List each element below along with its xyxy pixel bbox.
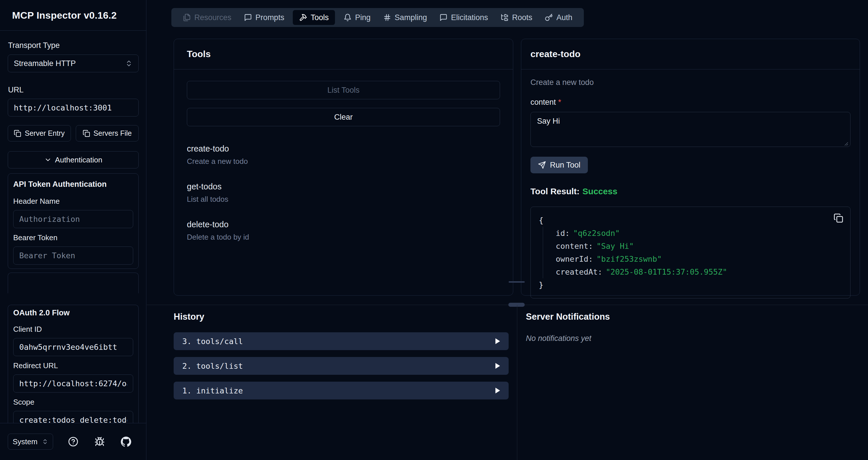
tool-detail-body: Create a new todo content* Say Hi Run To… xyxy=(521,69,860,307)
list-tools-button[interactable]: List Tools xyxy=(187,81,500,99)
client-id-input[interactable] xyxy=(19,342,127,352)
content-textarea[interactable]: Say Hi xyxy=(530,112,850,147)
app-title: MCP Inspector v0.16.2 xyxy=(12,10,117,21)
oauth-flow-card: OAuth 2.0 Flow Client ID Redirect URL Sc… xyxy=(8,305,138,423)
help-icon[interactable] xyxy=(68,436,79,447)
server-entry-label: Server Entry xyxy=(25,129,65,137)
authentication-toggle-button[interactable]: Authentication xyxy=(8,151,138,168)
resize-grip-icon[interactable] xyxy=(844,141,848,146)
tab-label: Sampling xyxy=(395,13,427,22)
sidebar-footer: System xyxy=(0,423,146,460)
scope-label: Scope xyxy=(13,398,133,406)
tool-result-status: Success xyxy=(582,187,617,196)
sidebar-header: MCP Inspector v0.16.2 xyxy=(0,0,146,31)
expand-arrow-icon xyxy=(495,388,500,393)
history-item[interactable]: 2. tools/list xyxy=(174,357,508,375)
header-name-input[interactable] xyxy=(19,215,127,224)
expand-arrow-icon xyxy=(495,363,500,369)
redirect-url-field xyxy=(13,374,133,393)
servers-file-button[interactable]: Servers File xyxy=(76,125,139,141)
tool-description: Create a new todo xyxy=(187,157,500,166)
copy-result-icon[interactable] xyxy=(834,213,843,223)
required-marker: * xyxy=(558,98,561,106)
history-item-label: 3. tools/call xyxy=(182,337,243,346)
tab-label: Roots xyxy=(512,13,532,22)
url-label: URL xyxy=(8,86,24,94)
row-resize-handle[interactable] xyxy=(508,303,525,307)
bearer-token-input[interactable] xyxy=(19,251,127,260)
vertical-divider xyxy=(517,305,517,460)
json-line: id:"q6z2sodn" xyxy=(556,227,842,240)
tool-list-item[interactable]: create-todo Create a new todo xyxy=(187,144,500,166)
history-item[interactable]: 1. initialize xyxy=(174,382,508,399)
message-square-icon xyxy=(439,13,447,22)
redirect-url-input[interactable] xyxy=(19,379,127,388)
tab-auth[interactable]: Auth xyxy=(541,10,577,25)
tool-list: create-todo Create a new todo get-todos … xyxy=(187,144,500,242)
footer-icons xyxy=(68,436,131,447)
tool-name: create-todo xyxy=(187,144,500,154)
json-line: ownerId:"bzif253zswnb" xyxy=(556,253,842,265)
chevrons-up-down-icon xyxy=(125,60,133,67)
github-icon[interactable] xyxy=(121,436,131,447)
expand-arrow-icon xyxy=(495,338,500,344)
transport-type-select[interactable]: Streamable HTTP xyxy=(8,55,138,72)
copy-icon xyxy=(83,130,90,137)
server-entry-button[interactable]: Server Entry xyxy=(8,125,71,141)
clear-button[interactable]: Clear xyxy=(187,108,500,126)
tab-resources[interactable]: Resources xyxy=(179,10,236,25)
json-line: createdAt:"2025-08-01T15:37:05.955Z" xyxy=(556,265,842,278)
tool-list-item[interactable]: delete-todo Delete a todo by id xyxy=(187,220,500,242)
json-lines: id:"q6z2sodn" content:"Say Hi" ownerId:"… xyxy=(543,227,842,278)
bearer-token-label: Bearer Token xyxy=(13,233,133,242)
tab-elicitations[interactable]: Elicitations xyxy=(435,10,492,25)
main-area: Resources Prompts Tools Ping Sampling xyxy=(147,0,868,460)
panel-resize-handle[interactable] xyxy=(508,281,525,283)
json-close-brace: } xyxy=(539,278,842,291)
history-item[interactable]: 3. tools/call xyxy=(174,332,508,350)
no-notifications-text: No notifications yet xyxy=(526,334,610,343)
run-tool-button[interactable]: Run Tool xyxy=(530,157,588,173)
url-field xyxy=(8,99,138,117)
servers-file-label: Servers File xyxy=(94,129,132,137)
tab-label: Resources xyxy=(194,13,231,22)
url-input[interactable] xyxy=(14,103,133,112)
tools-panel-title: Tools xyxy=(187,49,211,59)
tool-name: delete-todo xyxy=(187,220,500,229)
scope-input[interactable] xyxy=(19,416,127,423)
tab-label: Tools xyxy=(311,13,329,22)
tab-bar: Resources Prompts Tools Ping Sampling xyxy=(172,8,584,27)
tab-ping[interactable]: Ping xyxy=(340,10,375,25)
history-rows: 3. tools/call 2. tools/list 1. initializ… xyxy=(174,332,508,399)
hammer-icon xyxy=(299,13,307,22)
authentication-label: Authentication xyxy=(55,156,102,164)
tool-list-item[interactable]: get-todos List all todos xyxy=(187,182,500,204)
scope-field xyxy=(13,411,133,423)
server-notifications-title: Server Notifications xyxy=(526,311,610,322)
content-field: Say Hi xyxy=(530,112,850,148)
transport-type-value: Streamable HTTP xyxy=(14,59,76,68)
tool-description: Delete a todo by id xyxy=(187,233,500,242)
header-name-label: Header Name xyxy=(13,197,133,206)
tab-roots[interactable]: Roots xyxy=(497,10,536,25)
message-square-icon xyxy=(244,13,252,22)
tool-result-label: Tool Result: xyxy=(530,187,580,196)
tool-result-json: { id:"q6z2sodn" content:"Say Hi" ownerId… xyxy=(530,207,850,298)
transport-type-label: Transport Type xyxy=(8,41,60,50)
tab-prompts[interactable]: Prompts xyxy=(240,10,288,25)
tab-tools[interactable]: Tools xyxy=(293,10,335,25)
bell-icon xyxy=(344,13,352,22)
tab-sampling[interactable]: Sampling xyxy=(379,10,431,25)
sidebar: MCP Inspector v0.16.2 Transport Type Str… xyxy=(0,0,146,460)
bearer-token-field xyxy=(13,247,133,265)
send-icon xyxy=(538,161,546,169)
content-field-label: content* xyxy=(530,98,850,107)
history-item-label: 1. initialize xyxy=(182,386,243,395)
bug-icon[interactable] xyxy=(94,436,105,447)
tool-description: List all todos xyxy=(187,195,500,204)
tool-detail-panel: create-todo Create a new todo content* S… xyxy=(521,39,860,296)
tools-panel-header: Tools xyxy=(174,39,513,69)
api-token-auth-heading: API Token Authentication xyxy=(13,180,133,189)
theme-select[interactable]: System xyxy=(8,434,53,450)
json-line: content:"Say Hi" xyxy=(556,240,842,253)
